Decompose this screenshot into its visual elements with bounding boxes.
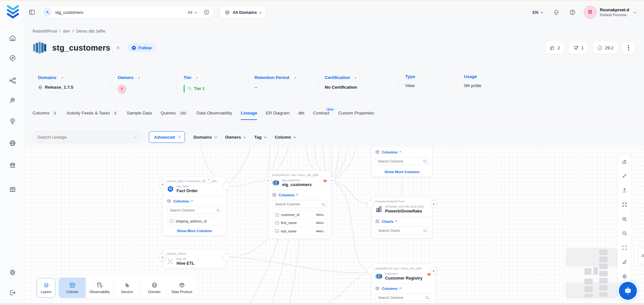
collapse-downstream-button[interactable]: − xyxy=(328,177,335,184)
show-more-columns-link[interactable]: Show More Columns xyxy=(163,227,226,236)
more-options-button[interactable] xyxy=(622,41,635,54)
node-search-columns-input[interactable] xyxy=(378,296,426,300)
tab-sample-data[interactable]: Sample Data xyxy=(127,111,152,120)
tab-dbt[interactable]: dbt xyxy=(298,111,304,120)
search-scope-dropdown[interactable]: All xyxy=(188,10,197,15)
layer-observability-button[interactable]: Observability xyxy=(86,278,113,298)
lineage-settings-icon[interactable] xyxy=(622,273,628,279)
column-row[interactable]: Aalast_nameNULL xyxy=(273,227,327,235)
sidebar-observability-icon[interactable] xyxy=(7,95,18,106)
tab-columns[interactable]: Columns3 xyxy=(33,111,58,120)
layer-domain-button[interactable]: Domain xyxy=(141,278,168,298)
lineage-canvas[interactable]: Columns Show More Columns sample_data / … xyxy=(25,147,644,303)
column-row[interactable]: Aafirst_nameNULL xyxy=(273,219,327,227)
node-search-charts-input[interactable] xyxy=(378,229,423,232)
app-logo[interactable] xyxy=(6,4,20,18)
sidebar-settings-icon[interactable] xyxy=(7,267,18,278)
user-menu-chevron-icon[interactable] xyxy=(633,11,636,13)
zoom-in-icon[interactable] xyxy=(622,216,628,222)
ai-sparkle-icon[interactable] xyxy=(43,8,52,17)
sidebar-insights-icon[interactable] xyxy=(7,115,18,127)
filter-column[interactable]: Column xyxy=(275,135,295,140)
user-avatar[interactable]: R xyxy=(584,6,597,19)
expand-downstream-button[interactable]: + xyxy=(430,200,437,208)
connections-icon[interactable] xyxy=(622,259,628,265)
node-search-columns-input[interactable] xyxy=(170,208,216,212)
breadcrumb-service[interactable]: RedshiftProd xyxy=(33,29,57,34)
lineage-node-hive-etl[interactable]: sample_airflow hive_etl Hive ETL xyxy=(163,249,226,269)
sidebar-home-icon[interactable] xyxy=(7,32,18,44)
show-more-columns-link[interactable]: Show More Columns xyxy=(371,168,433,177)
advanced-filter-button[interactable]: Advanced xyxy=(149,131,185,143)
search-clear-icon[interactable] xyxy=(203,9,210,15)
lineage-search-input[interactable] xyxy=(37,135,134,140)
edit-domains-button[interactable] xyxy=(59,74,65,81)
sidebar-logout-icon[interactable] xyxy=(7,287,18,299)
columns-section-toggle[interactable]: Columns xyxy=(371,147,433,157)
layers-button[interactable]: Layers xyxy=(37,278,55,298)
sidebar-lineage-icon[interactable] xyxy=(7,75,18,86)
node-handle[interactable] xyxy=(367,267,374,275)
export-icon[interactable] xyxy=(622,187,628,193)
fit-view-icon[interactable] xyxy=(622,245,628,251)
tab-lineage[interactable]: Lineage xyxy=(241,111,257,120)
user-menu[interactable]: Rounakpreet.d Default Persona xyxy=(600,7,629,17)
collapse-upstream-button[interactable]: − xyxy=(264,177,272,184)
layer-data-product-button[interactable]: Data Product xyxy=(168,278,196,298)
layer-service-button[interactable]: Service xyxy=(113,278,141,298)
resize-icon[interactable] xyxy=(622,173,628,179)
breadcrumb-schema[interactable]: Demo dbt Jaffle xyxy=(76,29,105,34)
node-search-columns-input[interactable] xyxy=(378,159,423,163)
filter-tag[interactable]: Tag xyxy=(254,135,266,140)
columns-section-toggle[interactable]: Columns xyxy=(163,196,226,206)
lineage-minimap[interactable] xyxy=(566,248,617,299)
upvote-button[interactable]: 2 xyxy=(545,41,565,54)
edit-tier-button[interactable] xyxy=(194,74,201,81)
expand-downstream-button[interactable]: + xyxy=(430,267,437,275)
sidebar-explore-icon[interactable] xyxy=(7,52,18,64)
expand-upstream-button[interactable]: + xyxy=(159,181,167,188)
lineage-node-partial[interactable]: Columns Show More Columns xyxy=(371,147,433,177)
tab-activity-feeds[interactable]: Activity Feeds & Tasks3 xyxy=(66,111,118,120)
node-handle[interactable] xyxy=(222,182,230,190)
edit-certification-button[interactable] xyxy=(353,74,359,81)
lineage-node-customer-registry[interactable]: RedshiftProd / dev / demo_dbt_jaffle cus… xyxy=(371,264,436,303)
tab-custom-properties[interactable]: Custom Properties xyxy=(338,111,374,120)
version-button[interactable]: 29.2 xyxy=(592,41,618,54)
tab-contract[interactable]: ContractBeta xyxy=(313,111,330,120)
breadcrumb-database[interactable]: dev xyxy=(63,29,70,34)
global-search-input[interactable] xyxy=(55,10,188,15)
edit-lineage-icon[interactable] xyxy=(622,159,628,164)
chat-assistant-button[interactable] xyxy=(619,282,637,300)
sidebar-glossary-icon[interactable] xyxy=(7,184,18,195)
node-search-columns-input[interactable] xyxy=(275,202,322,206)
sidebar-govern-icon[interactable] xyxy=(7,159,18,171)
edit-retention-button[interactable] xyxy=(292,74,298,81)
charts-section-toggle[interactable]: Charts xyxy=(371,216,433,226)
tab-queries[interactable]: Queries190 xyxy=(160,111,188,120)
tab-er-diagram[interactable]: ER Diagram xyxy=(266,111,290,120)
lineage-node-fact-order[interactable]: sample_data / ecommerce_db / shopify fac… xyxy=(163,176,226,236)
collapse-edge-button[interactable]: − xyxy=(205,176,213,183)
sidebar-domains-icon[interactable] xyxy=(7,137,18,149)
lineage-node-powerbi-snowflake[interactable]: Powerbi-Redshift-Prod 397bebdc-4279-4ffe… xyxy=(371,197,433,239)
column-row[interactable]: ⌗shipping_address_id xyxy=(167,217,222,225)
columns-section-toggle[interactable]: Columns xyxy=(371,283,435,293)
sidebar-toggle-icon[interactable] xyxy=(27,7,37,17)
copy-link-button[interactable] xyxy=(114,44,122,52)
node-handle[interactable] xyxy=(222,253,230,261)
notifications-bell-icon[interactable] xyxy=(551,7,562,18)
layer-column-button[interactable]: Column xyxy=(59,278,86,298)
zoom-out-icon[interactable] xyxy=(622,231,628,236)
node-handle[interactable] xyxy=(367,200,374,208)
help-icon[interactable] xyxy=(567,7,578,18)
columns-section-toggle[interactable]: Columns xyxy=(268,190,331,200)
filter-domains[interactable]: Domains xyxy=(194,135,216,140)
language-selector[interactable]: EN xyxy=(533,10,543,15)
filter-owners[interactable]: Owners xyxy=(225,135,246,140)
lineage-search[interactable] xyxy=(33,131,140,143)
downvote-button[interactable]: 1 xyxy=(569,41,588,54)
global-search[interactable]: All xyxy=(40,6,214,19)
all-domains-button[interactable]: All Domains xyxy=(220,6,266,19)
expand-upstream-button[interactable]: + xyxy=(159,253,167,261)
